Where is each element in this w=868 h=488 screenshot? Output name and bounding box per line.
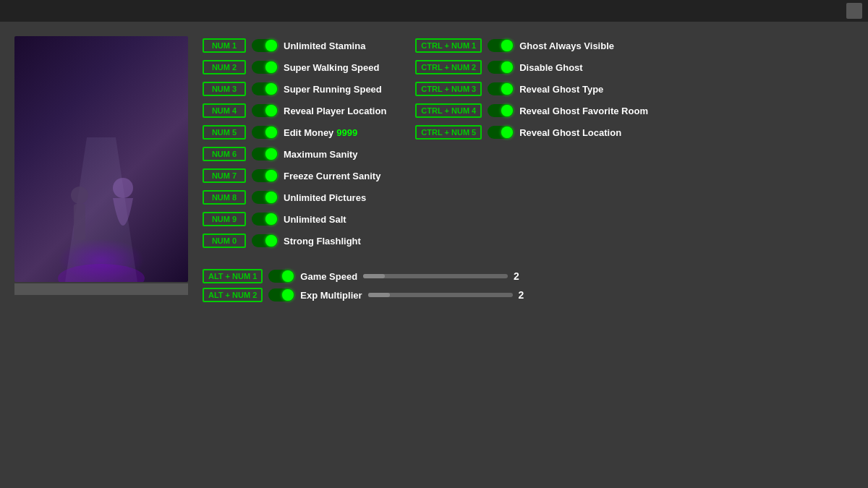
toggle-switch[interactable]	[252, 126, 278, 139]
cheat-label: Reveal Ghost Favorite Room	[519, 106, 648, 116]
key-badge[interactable]: CTRL + NUM 4	[415, 103, 482, 118]
game-image-overlay	[14, 36, 188, 282]
toggle-switch[interactable]	[252, 39, 278, 52]
toggle-switch[interactable]	[488, 82, 514, 95]
toggle-switch[interactable]	[488, 61, 514, 74]
key-badge[interactable]: CTRL + NUM 1	[415, 38, 482, 53]
toggle-switch[interactable]	[252, 82, 278, 95]
key-badge[interactable]: NUM 4	[203, 103, 246, 118]
slider-row: ALT + NUM 2Exp Multiplier2	[203, 288, 854, 302]
money-value: 9999	[336, 127, 357, 138]
slider-value: 2	[514, 270, 528, 282]
scene-svg	[29, 137, 174, 282]
cheat-row: NUM 8Unlimited Pictures	[203, 188, 386, 207]
toggle-switch[interactable]	[252, 61, 278, 74]
cheat-label: Disable Ghost	[519, 62, 582, 73]
cheat-row: NUM 5Edit Money9999	[203, 123, 386, 142]
svg-point-1	[71, 187, 88, 204]
title-bar	[0, 0, 868, 22]
slider-value: 2	[519, 289, 533, 301]
cheat-label: Reveal Player Location	[284, 106, 386, 116]
key-badge[interactable]: ALT + NUM 1	[203, 269, 263, 283]
close-button[interactable]	[846, 3, 862, 19]
toggle-switch[interactable]	[268, 270, 294, 283]
cheat-label: Unlimited Salt	[284, 214, 346, 225]
toggle-switch[interactable]	[252, 234, 278, 247]
cheat-label: Unlimited Stamina	[284, 40, 365, 51]
toggle-switch[interactable]	[488, 126, 514, 139]
toggle-switch[interactable]	[252, 169, 278, 182]
toggle-switch[interactable]	[252, 213, 278, 226]
key-badge[interactable]: NUM 9	[203, 212, 246, 226]
toggle-switch[interactable]	[488, 39, 514, 52]
key-badge[interactable]: CTRL + NUM 2	[415, 60, 482, 74]
cheat-label: Ghost Always Visible	[519, 40, 614, 51]
trainer-label	[14, 283, 188, 295]
left-cheat-column: NUM 1Unlimited StaminaNUM 2Super Walking…	[203, 36, 386, 250]
cheat-row: CTRL + NUM 2Disable Ghost	[415, 58, 648, 77]
right-cheat-column: CTRL + NUM 1Ghost Always VisibleCTRL + N…	[415, 36, 648, 250]
cheat-row: CTRL + NUM 1Ghost Always Visible	[415, 36, 648, 55]
key-badge[interactable]: NUM 0	[203, 234, 246, 248]
key-badge[interactable]: CTRL + NUM 5	[415, 125, 482, 140]
main-area: NUM 1Unlimited StaminaNUM 2Super Walking…	[0, 22, 868, 488]
key-badge[interactable]: NUM 2	[203, 60, 246, 74]
toggle-switch[interactable]	[252, 147, 278, 160]
cheat-row: NUM 2Super Walking Speed	[203, 58, 386, 77]
cheat-row: NUM 4Reveal Player Location	[203, 101, 386, 120]
cheat-label: Maximum Sanity	[284, 149, 358, 160]
slider-row: ALT + NUM 1Game Speed2	[203, 269, 854, 283]
cheat-row: NUM 6Maximum Sanity	[203, 145, 386, 163]
cheat-row: NUM 0Strong Flashlight	[203, 231, 386, 250]
game-image	[14, 36, 188, 282]
key-badge[interactable]: NUM 7	[203, 168, 246, 183]
cheat-row: CTRL + NUM 3Reveal Ghost Type	[415, 80, 648, 98]
game-panel	[14, 36, 188, 474]
cheat-label: Edit Money9999	[284, 127, 357, 138]
key-badge[interactable]: NUM 1	[203, 38, 246, 53]
cheat-label: Unlimited Pictures	[284, 192, 366, 203]
cheat-row: NUM 9Unlimited Salt	[203, 210, 386, 228]
slider-section: ALT + NUM 1Game Speed2ALT + NUM 2Exp Mul…	[203, 269, 854, 302]
svg-rect-2	[74, 204, 85, 240]
slider-label: Exp Multiplier	[300, 290, 362, 301]
toggle-switch[interactable]	[488, 104, 514, 117]
key-badge[interactable]: NUM 3	[203, 82, 246, 96]
cheat-row: CTRL + NUM 4Reveal Ghost Favorite Room	[415, 101, 648, 120]
svg-point-3	[113, 178, 133, 198]
cheat-row: NUM 1Unlimited Stamina	[203, 36, 386, 55]
cheat-label: Super Walking Speed	[284, 62, 379, 73]
toggle-switch[interactable]	[252, 104, 278, 117]
cheat-row: NUM 7Freeze Current Sanity	[203, 166, 386, 185]
cheat-label: Strong Flashlight	[284, 236, 361, 247]
slider-track[interactable]	[363, 274, 508, 278]
trainer-content: NUM 1Unlimited StaminaNUM 2Super Walking…	[203, 36, 854, 474]
cheat-label: Reveal Ghost Type	[519, 84, 603, 95]
cheat-row: NUM 3Super Running Speed	[203, 80, 386, 98]
key-badge[interactable]: NUM 8	[203, 190, 246, 205]
key-badge[interactable]: NUM 6	[203, 147, 246, 161]
cheat-label: Reveal Ghost Location	[519, 127, 621, 138]
key-badge[interactable]: CTRL + NUM 3	[415, 82, 482, 96]
slider-label: Game Speed	[300, 271, 357, 282]
cheat-label: Super Running Speed	[284, 84, 382, 95]
cheat-label: Freeze Current Sanity	[284, 171, 380, 181]
cheats-grid: NUM 1Unlimited StaminaNUM 2Super Walking…	[203, 36, 854, 250]
toggle-switch[interactable]	[252, 191, 278, 204]
key-badge[interactable]: NUM 5	[203, 125, 246, 140]
slider-track[interactable]	[368, 293, 513, 297]
cheat-row: CTRL + NUM 5Reveal Ghost Location	[415, 123, 648, 142]
key-badge[interactable]: ALT + NUM 2	[203, 288, 263, 302]
toggle-switch[interactable]	[268, 288, 294, 301]
